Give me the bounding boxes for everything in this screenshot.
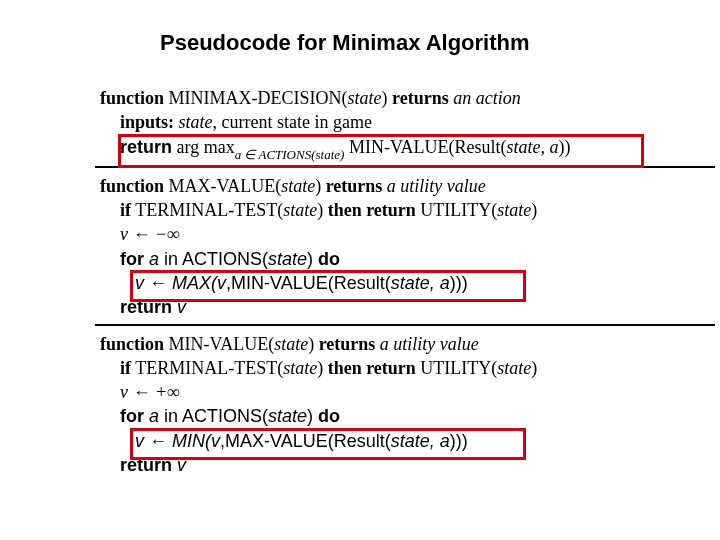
- kw-for: for: [120, 249, 149, 269]
- arg: state, a: [391, 273, 450, 293]
- fn2-for: for a in ACTIONS(state) do: [120, 247, 640, 271]
- t: ,MIN-VALUE(Result(: [226, 273, 391, 293]
- divider: [95, 166, 715, 168]
- t: MINIMAX-DECISION(: [164, 88, 347, 108]
- v: v: [211, 431, 220, 451]
- t: ): [317, 358, 328, 378]
- fn3-init: v ← +∞: [120, 380, 640, 404]
- t: v ← MIN(: [135, 431, 211, 451]
- t: , current state in game: [213, 112, 372, 132]
- arg: state: [268, 249, 307, 269]
- kw-return: return: [120, 455, 177, 475]
- t: ): [307, 249, 318, 269]
- t: MIN-VALUE(Result(: [344, 137, 506, 157]
- fn1-head: function MINIMAX-DECISION(state) returns…: [100, 86, 640, 110]
- kw-returns: returns: [319, 334, 376, 354]
- kw-return: return: [120, 137, 172, 157]
- t: ))): [450, 273, 468, 293]
- fn2-if: if TERMINAL-TEST(state) then return UTIL…: [120, 198, 640, 222]
- a: a: [149, 406, 159, 426]
- fn-min-value: function MIN-VALUE(state) returns a util…: [100, 332, 640, 478]
- t: TERMINAL-TEST(: [131, 200, 283, 220]
- title: Pseudocode for Minimax Algorithm: [160, 30, 640, 56]
- t: a ∈ ACTIONS(: [235, 147, 316, 162]
- v: v: [177, 455, 186, 475]
- fn-minimax-decision: function MINIMAX-DECISION(state) returns…: [100, 86, 640, 162]
- kw-function: function: [100, 334, 164, 354]
- arg: state: [274, 334, 308, 354]
- fn3-return: return v: [120, 453, 640, 477]
- kw-returns: returns: [392, 88, 449, 108]
- fn2-head: function MAX-VALUE(state) returns a util…: [100, 174, 640, 198]
- arg: state: [497, 200, 531, 220]
- t: in ACTIONS(: [159, 249, 268, 269]
- fn2-return: return v: [120, 295, 640, 319]
- t: UTILITY(: [416, 358, 497, 378]
- arg: state: [268, 406, 307, 426]
- kw-if: if: [120, 358, 131, 378]
- t: ): [531, 358, 537, 378]
- kw-if: if: [120, 200, 131, 220]
- kw-for: for: [120, 406, 149, 426]
- t: ): [340, 147, 344, 162]
- t: MAX-VALUE(: [164, 176, 281, 196]
- kw-do: do: [318, 406, 340, 426]
- t: v ← MAX(: [135, 273, 217, 293]
- t: ): [382, 88, 393, 108]
- arg: state: [283, 358, 317, 378]
- v: v: [177, 297, 186, 317]
- kw-returns: returns: [326, 176, 383, 196]
- t: ): [317, 200, 328, 220]
- t: a utility value: [382, 176, 485, 196]
- arg: state: [281, 176, 315, 196]
- arg: state, a: [391, 431, 450, 451]
- arg: state: [283, 200, 317, 220]
- slide: Pseudocode for Minimax Algorithm functio…: [0, 0, 720, 497]
- kw-do: do: [318, 249, 340, 269]
- v: v: [217, 273, 226, 293]
- kw-function: function: [100, 88, 164, 108]
- arg: state: [179, 112, 213, 132]
- kw-then-return: then return: [328, 200, 416, 220]
- arg: state: [348, 88, 382, 108]
- t: ))): [450, 431, 468, 451]
- sub: a ∈ ACTIONS(state): [235, 147, 345, 162]
- fn3-if: if TERMINAL-TEST(state) then return UTIL…: [120, 356, 640, 380]
- kw-return: return: [120, 297, 177, 317]
- t: ,MAX-VALUE(Result(: [220, 431, 391, 451]
- kw-inputs: inputs:: [120, 112, 174, 132]
- a: a: [149, 249, 159, 269]
- t: ): [308, 334, 319, 354]
- arg: state: [497, 358, 531, 378]
- kw-function: function: [100, 176, 164, 196]
- t: UTILITY(: [416, 200, 497, 220]
- arg: state, a: [507, 137, 559, 157]
- t: arg max: [172, 137, 235, 157]
- fn3-for: for a in ACTIONS(state) do: [120, 404, 640, 428]
- t: ): [315, 176, 326, 196]
- t: ): [531, 200, 537, 220]
- t: in ACTIONS(: [159, 406, 268, 426]
- arg: state: [316, 147, 341, 162]
- t: )): [559, 137, 571, 157]
- fn-max-value: function MAX-VALUE(state) returns a util…: [100, 174, 640, 320]
- t: MIN-VALUE(: [164, 334, 274, 354]
- t: ): [307, 406, 318, 426]
- t: a utility value: [375, 334, 478, 354]
- fn2-init: v ← −∞: [120, 222, 640, 246]
- kw-then-return: then return: [328, 358, 416, 378]
- fn1-return: return arg maxa ∈ ACTIONS(state) MIN-VAL…: [120, 135, 640, 162]
- fn3-head: function MIN-VALUE(state) returns a util…: [100, 332, 640, 356]
- divider: [95, 324, 715, 326]
- t: an action: [449, 88, 521, 108]
- fn3-body: v ← MIN(v,MAX-VALUE(Result(state, a))): [135, 429, 640, 453]
- t: TERMINAL-TEST(: [131, 358, 283, 378]
- fn1-inputs: inputs: state, current state in game: [120, 110, 640, 134]
- fn2-body: v ← MAX(v,MIN-VALUE(Result(state, a))): [135, 271, 640, 295]
